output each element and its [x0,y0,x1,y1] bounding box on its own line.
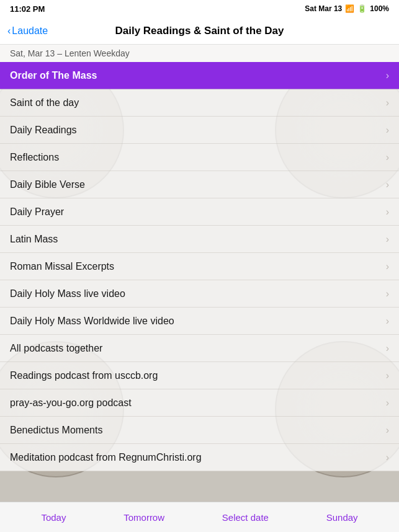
tab-today[interactable]: Today [34,507,73,528]
item-label: Latin Mass [10,234,58,245]
status-time: 11:02 PM [10,4,45,14]
tab-sunday[interactable]: Sunday [319,507,365,528]
item-label: Order of The Mass [10,70,97,81]
item-label: Daily Holy Mass live video [10,288,125,299]
main-content: Sat, Mar 13 – Lenten Weekday Order of Th… [0,45,399,502]
back-button[interactable]: ‹ Laudate [7,25,48,37]
status-date: Sat Mar 13 [305,4,342,13]
chevron-right-icon: › [386,152,389,163]
chevron-right-icon: › [386,425,389,436]
wifi-icon: 📶 [345,4,354,13]
list-item[interactable]: Roman Missal Excerpts› [0,253,399,280]
item-label: Daily Holy Mass Worldwide live video [10,316,174,327]
list-item[interactable]: All podcasts together› [0,335,399,362]
item-label: Readings podcast from usccb.org [10,370,158,381]
battery-percent: 100% [370,4,389,13]
list-item[interactable]: Order of The Mass› [0,62,399,89]
chevron-right-icon: › [386,288,389,299]
nav-bar: ‹ Laudate Daily Readings & Saint of the … [0,17,399,45]
item-label: Daily Prayer [10,206,64,218]
list-item[interactable]: Readings podcast from usccb.org› [0,362,399,389]
chevron-right-icon: › [386,452,389,463]
chevron-right-icon: › [386,316,389,327]
chevron-left-icon: ‹ [7,25,11,37]
chevron-right-icon: › [386,370,389,381]
tab-select-date[interactable]: Select date [215,507,276,528]
status-right: Sat Mar 13 📶 🔋 100% [305,4,389,13]
page-title: Daily Readings & Saint of the Day [115,25,284,37]
chevron-right-icon: › [386,343,389,354]
tab-tomorrow[interactable]: Tomorrow [116,507,172,528]
item-label: Roman Missal Excerpts [10,261,114,272]
chevron-right-icon: › [386,261,389,272]
list-item[interactable]: Daily Readings› [0,117,399,144]
list-item[interactable]: Saint of the day› [0,89,399,117]
item-label: pray-as-you-go.org podcast [10,397,132,409]
chevron-right-icon: › [386,234,389,245]
back-label: Laudate [12,25,48,37]
chevron-right-icon: › [386,125,389,136]
battery-icon: 🔋 [357,4,367,13]
chevron-right-icon: › [386,97,389,109]
tab-bar: Today Tomorrow Select date Sunday [0,502,399,532]
item-label: Benedictus Moments [10,425,102,436]
item-label: Reflections [10,152,59,163]
item-label: Meditation podcast from RegnumChristi.or… [10,452,202,463]
list-item[interactable]: Latin Mass› [0,226,399,253]
date-header: Sat, Mar 13 – Lenten Weekday [0,45,399,62]
item-label: All podcasts together [10,343,102,354]
list-item[interactable]: Benedictus Moments› [0,417,399,444]
list-item[interactable]: Daily Bible Verse› [0,171,399,198]
item-label: Saint of the day [10,97,79,109]
list-item[interactable]: Daily Prayer› [0,198,399,226]
chevron-right-icon: › [386,397,389,409]
item-label: Daily Readings [10,125,77,136]
chevron-right-icon: › [386,206,389,218]
chevron-right-icon: › [386,70,389,81]
chevron-right-icon: › [386,179,389,190]
list-item[interactable]: Daily Holy Mass live video› [0,280,399,308]
item-label: Daily Bible Verse [10,179,85,190]
list-item[interactable]: Reflections› [0,144,399,171]
list-item[interactable]: Daily Holy Mass Worldwide live video› [0,308,399,335]
list-item[interactable]: Meditation podcast from RegnumChristi.or… [0,444,399,471]
list-item[interactable]: pray-as-you-go.org podcast› [0,389,399,417]
date-text: Sat, Mar 13 – Lenten Weekday [10,48,130,58]
status-bar: 11:02 PM Sat Mar 13 📶 🔋 100% [0,0,399,17]
list-container: Order of The Mass›Saint of the day›Daily… [0,62,399,471]
